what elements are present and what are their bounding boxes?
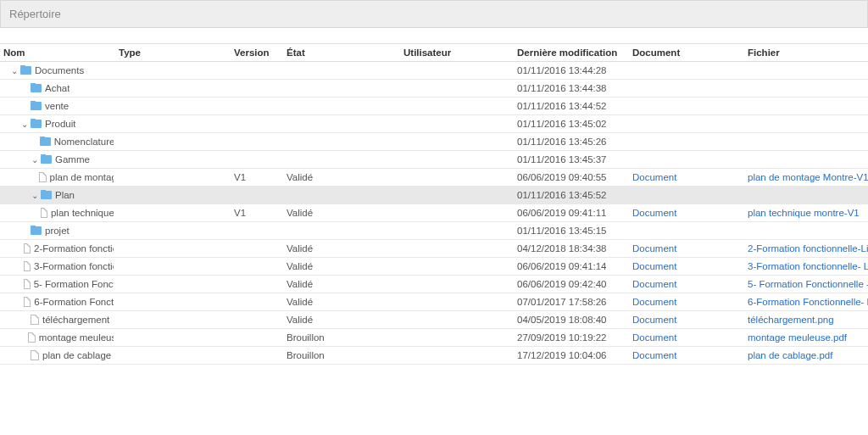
header-row: Nom Type Version État Utilisateur Derniè… <box>0 44 868 62</box>
table-row[interactable]: ▸3-Formation fonctionnellValidé06/06/201… <box>0 258 868 276</box>
cell-doc[interactable]: Document <box>632 297 748 307</box>
table-row[interactable]: ⌄Plan01/11/2016 13:45:52 <box>0 187 868 204</box>
col-header-type[interactable]: Type <box>119 47 234 58</box>
cell-version: V1 <box>234 208 287 218</box>
cell-file[interactable]: 2-Formation fonctionnelle-Livre2 P <box>748 243 868 254</box>
cell-doc[interactable]: Document <box>632 350 748 360</box>
cell-name[interactable]: ▸Nomenclature <box>0 137 119 147</box>
directory-table: Nom Type Version État Utilisateur Derniè… <box>0 43 868 365</box>
cell-name[interactable]: ▸projet <box>0 226 119 236</box>
cell-name[interactable]: ▸plan de montage M <box>0 172 119 182</box>
file-icon <box>24 261 31 271</box>
folder-icon <box>41 155 52 164</box>
folder-icon <box>31 84 42 92</box>
cell-doc[interactable]: Document <box>632 243 748 254</box>
cell-doc[interactable]: Document <box>632 261 748 271</box>
row-name-label: téléchargement <box>42 315 109 325</box>
cell-name[interactable]: ▸plan de cablage <box>0 350 119 360</box>
cell-doc[interactable]: Document <box>632 315 748 325</box>
col-header-version[interactable]: Version <box>234 47 287 58</box>
table-row[interactable]: ⌄Gamme01/11/2016 13:45:37 <box>0 151 868 169</box>
col-header-file[interactable]: Fichier <box>748 47 868 58</box>
cell-name[interactable]: ▸téléchargement <box>0 315 119 325</box>
row-name-label: 5- Formation Fonctionne <box>34 279 114 289</box>
cell-etat: Validé <box>287 261 403 271</box>
table-row[interactable]: ⌄Documents01/11/2016 13:44:28 <box>0 62 868 80</box>
table-row[interactable]: ▸Achat01/11/2016 13:44:38 <box>0 80 868 98</box>
table-row[interactable]: ▸projet01/11/2016 13:45:15 <box>0 222 868 240</box>
cell-name[interactable]: ⌄Produit <box>0 119 119 129</box>
cell-file[interactable]: plan de montage Montre-V1 <box>748 172 868 182</box>
cell-file[interactable]: 3-Formation fonctionnelle- Livre3 P <box>748 261 868 271</box>
cell-name[interactable]: ▸2-Formation fonctionnell <box>0 243 119 254</box>
col-header-name[interactable]: Nom <box>0 47 119 58</box>
row-name-label: plan de montage M <box>50 172 114 182</box>
row-name-label: plan technique mo <box>51 208 114 218</box>
cell-date: 01/11/2016 13:45:15 <box>517 226 632 236</box>
file-icon <box>31 315 39 325</box>
col-header-doc[interactable]: Document <box>632 47 748 58</box>
cell-name[interactable]: ▸5- Formation Fonctionne <box>0 279 119 289</box>
cell-file[interactable]: plan de cablage.pdf <box>748 350 868 360</box>
folder-icon <box>31 120 42 128</box>
cell-date: 06/06/2019 09:41:11 <box>517 208 632 218</box>
cell-date: 06/06/2019 09:41:14 <box>517 261 632 271</box>
cell-date: 01/11/2016 13:44:38 <box>517 83 632 93</box>
table-row[interactable]: ⌄Produit01/11/2016 13:45:02 <box>0 115 868 133</box>
cell-name[interactable]: ▸montage meuleuse <box>0 332 119 343</box>
cell-file[interactable]: 5- Formation Fonctionnelle - Livre4 <box>748 279 868 289</box>
table-row[interactable]: ▸téléchargementValidé04/05/2019 18:08:40… <box>0 311 868 329</box>
cell-file[interactable]: montage meuleuse.pdf <box>748 332 868 343</box>
col-header-date[interactable]: Dernière modification <box>517 47 632 58</box>
cell-name[interactable]: ⌄Plan <box>0 190 119 200</box>
folder-icon <box>40 137 51 146</box>
chevron-down-icon[interactable]: ⌄ <box>31 155 39 165</box>
panel-title: Répertoire <box>9 8 61 20</box>
col-header-user[interactable]: Utilisateur <box>403 47 517 58</box>
cell-name[interactable]: ▸plan technique mo <box>0 208 119 218</box>
cell-name[interactable]: ▸vente <box>0 101 119 111</box>
cell-etat: Validé <box>287 279 403 289</box>
row-name-label: Documents <box>35 65 84 75</box>
cell-file[interactable]: 6-Formation Fonctionnelle- Livre5 <box>748 297 868 307</box>
cell-doc[interactable]: Document <box>632 208 748 218</box>
table-row[interactable]: ▸5- Formation FonctionneValidé06/06/2019… <box>0 276 868 293</box>
col-header-etat[interactable]: État <box>287 47 403 58</box>
cell-date: 01/11/2016 13:44:52 <box>517 101 632 111</box>
table-row[interactable]: ▸Nomenclature01/11/2016 13:45:26 <box>0 133 868 151</box>
cell-name[interactable]: ▸3-Formation fonctionnell <box>0 261 119 271</box>
chevron-down-icon[interactable]: ⌄ <box>31 191 39 200</box>
folder-icon <box>41 191 52 199</box>
cell-doc[interactable]: Document <box>632 172 748 182</box>
cell-doc[interactable]: Document <box>632 279 748 289</box>
cell-file[interactable]: téléchargement.png <box>748 315 868 325</box>
cell-name[interactable]: ⌄Documents <box>0 65 119 75</box>
cell-etat: Brouillon <box>287 350 403 360</box>
table-row[interactable]: ▸plan technique moV1Validé06/06/2019 09:… <box>0 204 868 222</box>
cell-etat: Brouillon <box>287 332 403 343</box>
cell-name[interactable]: ▸6-Formation Fonctionne <box>0 297 119 307</box>
chevron-down-icon[interactable]: ⌄ <box>10 66 19 75</box>
table-row[interactable]: ▸2-Formation fonctionnellValidé04/12/201… <box>0 240 868 258</box>
cell-file[interactable]: plan technique montre-V1 <box>748 208 868 218</box>
table-row[interactable]: ▸vente01/11/2016 13:44:52 <box>0 98 868 115</box>
folder-icon <box>31 102 42 110</box>
table-row[interactable]: ▸plan de montage MV1Validé06/06/2019 09:… <box>0 169 868 187</box>
cell-date: 01/11/2016 13:45:02 <box>517 119 632 129</box>
cell-date: 01/11/2016 13:45:26 <box>517 137 632 147</box>
cell-doc[interactable]: Document <box>632 332 748 343</box>
row-name-label: 2-Formation fonctionnell <box>34 243 114 254</box>
cell-date: 01/11/2016 13:45:52 <box>517 190 632 200</box>
cell-name[interactable]: ⌄Gamme <box>0 154 119 165</box>
row-name-label: 3-Formation fonctionnell <box>34 261 114 271</box>
file-icon <box>24 297 31 307</box>
table-row[interactable]: ▸plan de cablageBrouillon17/12/2019 10:0… <box>0 347 868 365</box>
row-name-label: Produit <box>45 119 75 129</box>
table-row[interactable]: ▸6-Formation FonctionneValidé07/01/2017 … <box>0 293 868 311</box>
row-name-label: Achat <box>45 83 70 93</box>
chevron-down-icon[interactable]: ⌄ <box>20 120 29 129</box>
cell-date: 27/09/2019 10:19:22 <box>517 332 632 343</box>
cell-name[interactable]: ▸Achat <box>0 83 119 93</box>
row-name-label: plan de cablage <box>42 350 111 360</box>
table-row[interactable]: ▸montage meuleuseBrouillon27/09/2019 10:… <box>0 329 868 347</box>
